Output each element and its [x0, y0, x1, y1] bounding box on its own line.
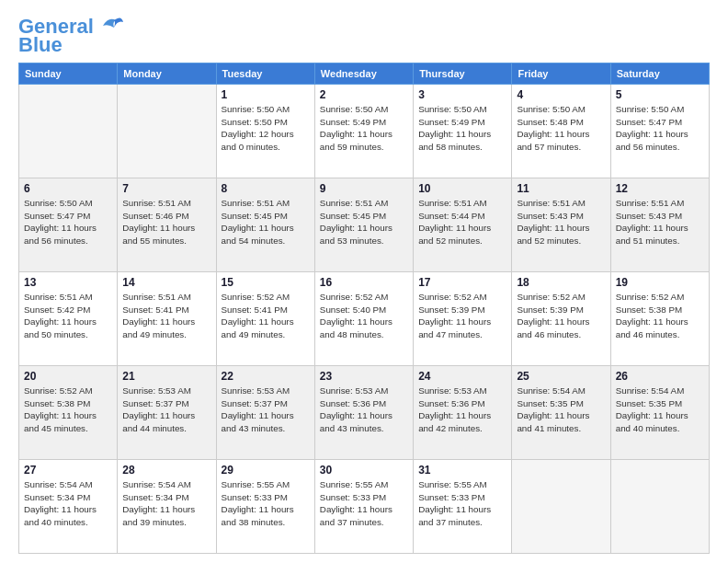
calendar-table: SundayMondayTuesdayWednesdayThursdayFrid… — [18, 63, 710, 554]
calendar-cell: 6Sunrise: 5:50 AMSunset: 5:47 PMDaylight… — [19, 178, 118, 272]
day-number: 25 — [517, 370, 605, 383]
day-info: Sunrise: 5:55 AMSunset: 5:33 PMDaylight:… — [320, 478, 408, 529]
calendar-header-row: SundayMondayTuesdayWednesdayThursdayFrid… — [19, 63, 710, 85]
calendar-cell: 14Sunrise: 5:51 AMSunset: 5:41 PMDayligh… — [118, 272, 216, 366]
day-number: 24 — [418, 370, 506, 383]
day-number: 6 — [24, 182, 112, 195]
day-number: 30 — [320, 464, 408, 477]
calendar-week-row: 1Sunrise: 5:50 AMSunset: 5:50 PMDaylight… — [19, 85, 710, 178]
day-number: 14 — [122, 276, 210, 289]
calendar-cell: 21Sunrise: 5:53 AMSunset: 5:37 PMDayligh… — [118, 366, 216, 460]
day-info: Sunrise: 5:52 AMSunset: 5:39 PMDaylight:… — [418, 291, 506, 341]
day-info: Sunrise: 5:52 AMSunset: 5:41 PMDaylight:… — [222, 291, 310, 341]
day-info: Sunrise: 5:51 AMSunset: 5:44 PMDaylight:… — [418, 197, 506, 247]
day-number: 12 — [616, 182, 704, 195]
day-info: Sunrise: 5:51 AMSunset: 5:41 PMDaylight:… — [122, 291, 210, 341]
calendar-cell: 10Sunrise: 5:51 AMSunset: 5:44 PMDayligh… — [414, 178, 512, 272]
day-info: Sunrise: 5:53 AMSunset: 5:37 PMDaylight:… — [222, 385, 310, 435]
day-info: Sunrise: 5:51 AMSunset: 5:42 PMDaylight:… — [24, 291, 112, 341]
calendar-cell: 9Sunrise: 5:51 AMSunset: 5:45 PMDaylight… — [314, 178, 413, 272]
calendar-cell: 15Sunrise: 5:52 AMSunset: 5:41 PMDayligh… — [216, 272, 314, 366]
col-header-saturday: Saturday — [610, 63, 709, 85]
day-number: 20 — [24, 370, 112, 383]
day-info: Sunrise: 5:54 AMSunset: 5:35 PMDaylight:… — [616, 385, 704, 435]
day-info: Sunrise: 5:52 AMSunset: 5:40 PMDaylight:… — [320, 291, 408, 341]
col-header-wednesday: Wednesday — [314, 63, 413, 85]
day-info: Sunrise: 5:51 AMSunset: 5:43 PMDaylight:… — [517, 197, 605, 247]
page: General Blue SundayMondayTuesdayWednesda… — [0, 0, 728, 563]
day-number: 16 — [320, 276, 408, 289]
day-number: 21 — [122, 370, 210, 383]
calendar-cell — [118, 85, 216, 178]
calendar-cell: 17Sunrise: 5:52 AMSunset: 5:39 PMDayligh… — [414, 272, 512, 366]
day-info: Sunrise: 5:50 AMSunset: 5:47 PMDaylight:… — [24, 197, 112, 247]
day-number: 15 — [222, 276, 310, 289]
col-header-thursday: Thursday — [414, 63, 512, 85]
day-number: 3 — [418, 88, 506, 101]
calendar-cell: 24Sunrise: 5:53 AMSunset: 5:36 PMDayligh… — [414, 366, 512, 460]
day-number: 10 — [418, 182, 506, 195]
calendar-cell: 8Sunrise: 5:51 AMSunset: 5:45 PMDaylight… — [216, 178, 314, 272]
calendar-week-row: 6Sunrise: 5:50 AMSunset: 5:47 PMDaylight… — [19, 178, 710, 272]
day-info: Sunrise: 5:55 AMSunset: 5:33 PMDaylight:… — [418, 478, 506, 529]
day-info: Sunrise: 5:53 AMSunset: 5:37 PMDaylight:… — [122, 385, 210, 435]
day-number: 17 — [418, 276, 506, 289]
calendar-cell: 30Sunrise: 5:55 AMSunset: 5:33 PMDayligh… — [314, 460, 413, 554]
calendar-cell: 25Sunrise: 5:54 AMSunset: 5:35 PMDayligh… — [512, 366, 610, 460]
logo: General Blue — [18, 17, 125, 55]
calendar-cell: 18Sunrise: 5:52 AMSunset: 5:39 PMDayligh… — [512, 272, 610, 366]
col-header-tuesday: Tuesday — [216, 63, 314, 85]
day-number: 5 — [616, 88, 704, 101]
calendar-cell: 23Sunrise: 5:53 AMSunset: 5:36 PMDayligh… — [314, 366, 413, 460]
calendar-cell: 3Sunrise: 5:50 AMSunset: 5:49 PMDaylight… — [414, 85, 512, 178]
calendar-cell: 5Sunrise: 5:50 AMSunset: 5:47 PMDaylight… — [610, 85, 709, 178]
day-info: Sunrise: 5:50 AMSunset: 5:49 PMDaylight:… — [418, 103, 506, 154]
day-number: 22 — [222, 370, 310, 383]
day-info: Sunrise: 5:50 AMSunset: 5:49 PMDaylight:… — [320, 103, 408, 154]
calendar-cell: 11Sunrise: 5:51 AMSunset: 5:43 PMDayligh… — [512, 178, 610, 272]
calendar-cell: 29Sunrise: 5:55 AMSunset: 5:33 PMDayligh… — [216, 460, 314, 554]
logo-blue: Blue — [18, 35, 63, 55]
day-number: 8 — [222, 182, 310, 195]
calendar-cell: 26Sunrise: 5:54 AMSunset: 5:35 PMDayligh… — [610, 366, 709, 460]
day-info: Sunrise: 5:51 AMSunset: 5:45 PMDaylight:… — [320, 197, 408, 247]
day-info: Sunrise: 5:54 AMSunset: 5:34 PMDaylight:… — [122, 478, 210, 529]
day-info: Sunrise: 5:50 AMSunset: 5:48 PMDaylight:… — [517, 103, 605, 154]
calendar-cell: 31Sunrise: 5:55 AMSunset: 5:33 PMDayligh… — [414, 460, 512, 554]
calendar-cell: 13Sunrise: 5:51 AMSunset: 5:42 PMDayligh… — [19, 272, 118, 366]
calendar-cell: 22Sunrise: 5:53 AMSunset: 5:37 PMDayligh… — [216, 366, 314, 460]
day-number: 7 — [122, 182, 210, 195]
calendar-cell: 7Sunrise: 5:51 AMSunset: 5:46 PMDaylight… — [118, 178, 216, 272]
calendar-cell — [19, 85, 118, 178]
day-info: Sunrise: 5:55 AMSunset: 5:33 PMDaylight:… — [222, 478, 310, 529]
day-number: 9 — [320, 182, 408, 195]
day-number: 13 — [24, 276, 112, 289]
calendar-cell: 27Sunrise: 5:54 AMSunset: 5:34 PMDayligh… — [19, 460, 118, 554]
calendar-cell: 12Sunrise: 5:51 AMSunset: 5:43 PMDayligh… — [610, 178, 709, 272]
day-info: Sunrise: 5:52 AMSunset: 5:39 PMDaylight:… — [517, 291, 605, 341]
calendar-cell: 4Sunrise: 5:50 AMSunset: 5:48 PMDaylight… — [512, 85, 610, 178]
day-info: Sunrise: 5:52 AMSunset: 5:38 PMDaylight:… — [616, 291, 704, 341]
calendar-cell — [512, 460, 610, 554]
calendar-cell: 2Sunrise: 5:50 AMSunset: 5:49 PMDaylight… — [314, 85, 413, 178]
day-number: 27 — [24, 464, 112, 477]
day-number: 1 — [222, 88, 310, 101]
calendar-cell: 28Sunrise: 5:54 AMSunset: 5:34 PMDayligh… — [118, 460, 216, 554]
day-info: Sunrise: 5:53 AMSunset: 5:36 PMDaylight:… — [320, 385, 408, 435]
calendar-cell: 16Sunrise: 5:52 AMSunset: 5:40 PMDayligh… — [314, 272, 413, 366]
day-info: Sunrise: 5:51 AMSunset: 5:45 PMDaylight:… — [222, 197, 310, 247]
day-info: Sunrise: 5:50 AMSunset: 5:47 PMDaylight:… — [616, 103, 704, 154]
col-header-friday: Friday — [512, 63, 610, 85]
day-number: 31 — [418, 464, 506, 477]
day-number: 26 — [616, 370, 704, 383]
calendar-cell: 1Sunrise: 5:50 AMSunset: 5:50 PMDaylight… — [216, 85, 314, 178]
logo-bird-icon — [96, 15, 125, 35]
day-number: 23 — [320, 370, 408, 383]
calendar-cell — [610, 460, 709, 554]
day-number: 29 — [222, 464, 310, 477]
day-info: Sunrise: 5:51 AMSunset: 5:46 PMDaylight:… — [122, 197, 210, 247]
calendar-week-row: 13Sunrise: 5:51 AMSunset: 5:42 PMDayligh… — [19, 272, 710, 366]
day-info: Sunrise: 5:54 AMSunset: 5:34 PMDaylight:… — [24, 478, 112, 529]
day-info: Sunrise: 5:54 AMSunset: 5:35 PMDaylight:… — [517, 385, 605, 435]
day-number: 11 — [517, 182, 605, 195]
